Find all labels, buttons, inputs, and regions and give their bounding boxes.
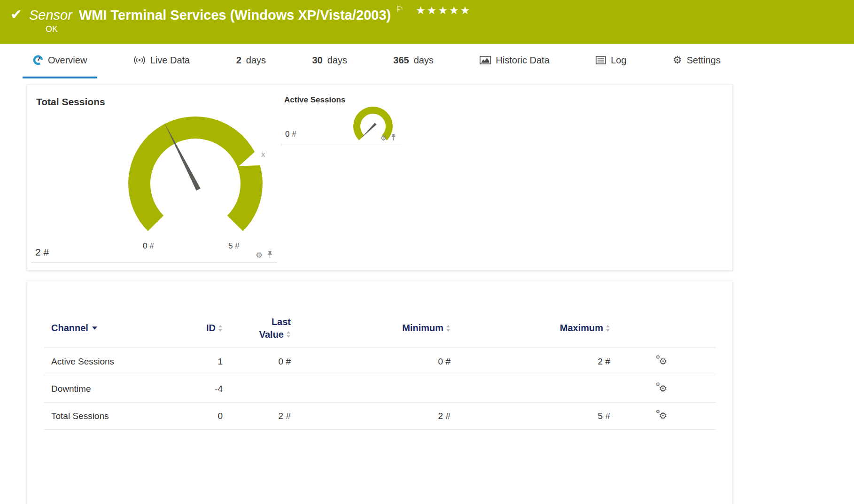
sort-toggle-icon (286, 331, 291, 338)
gauge-scale-max: 5 # (228, 241, 240, 251)
historic-data-chart-icon (480, 56, 491, 65)
tab-label: days (414, 55, 434, 66)
object-kind-label: Sensor (29, 8, 72, 23)
widget-pin-icon[interactable] (267, 250, 273, 260)
column-header-label: Value (259, 328, 284, 341)
widget-gear-icon[interactable]: ⚙ (256, 251, 263, 259)
channel-id: 1 (190, 357, 223, 367)
active-sessions-gauge (347, 102, 399, 151)
small-gear-icon: ⚙ (656, 409, 660, 415)
tab-number: 365 (393, 55, 409, 66)
channel-id: -4 (190, 384, 223, 394)
tab-historic-data[interactable]: Historic Data (469, 44, 559, 78)
priority-stars[interactable]: ★★★★★ (416, 4, 471, 16)
small-gear-icon: ⚙ (656, 354, 660, 360)
column-header-last-value[interactable]: Last Value (223, 316, 291, 341)
sort-toggle-icon (446, 325, 450, 332)
active-sessions-widget-icons: ⚙ (380, 133, 396, 142)
active-sessions-value: 0 # (285, 130, 296, 139)
column-header-id[interactable]: ID (190, 323, 223, 333)
sensor-title-row: SensorWMI Terminal Services (Windows XP/… (29, 4, 471, 23)
widget-gear-icon[interactable]: ⚙ (380, 134, 387, 141)
tab-30-days[interactable]: 30 days (302, 44, 357, 78)
table-row[interactable]: Total Sessions 0 2 # 2 # 5 # ⚙ ⚙ (44, 403, 716, 430)
channel-minimum: 0 # (291, 357, 450, 367)
status-check-icon: ✔ (10, 8, 22, 22)
column-header-label: Maximum (560, 323, 603, 333)
channel-last-value: 2 # (223, 411, 291, 421)
tab-label: Settings (687, 55, 721, 66)
column-header-minimum[interactable]: Minimum (291, 323, 450, 333)
sort-desc-icon (92, 326, 97, 330)
channel-maximum: 5 # (450, 411, 610, 421)
total-sessions-widget-icons: ⚙ (256, 250, 273, 260)
tab-number: 30 (312, 55, 322, 66)
priority-flag-icon[interactable]: ⚐ (396, 4, 404, 14)
tab-label: days (246, 55, 266, 66)
sensor-status: OK (46, 24, 58, 34)
tab-2-days[interactable]: 2 days (226, 44, 276, 78)
table-row[interactable]: Downtime -4 ⚙ ⚙ (44, 375, 716, 403)
gauge-icon (33, 55, 43, 65)
small-gear-icon: ⚙ (656, 381, 660, 388)
column-header-label: ID (206, 323, 216, 333)
total-sessions-gauge (106, 106, 285, 261)
gauge-scale-min: 0 # (143, 241, 154, 251)
settings-gear-icon: ⚙ (673, 55, 682, 65)
table-header-row: Channel ID Last Value (44, 309, 716, 348)
widget-divider (280, 145, 401, 145)
table-row[interactable]: Active Sessions 1 0 # 0 # 2 # ⚙ ⚙ (44, 348, 716, 375)
channel-settings-gear-icon[interactable]: ⚙ ⚙ (659, 384, 668, 394)
tab-live-data[interactable]: Live Data (123, 44, 201, 78)
channel-minimum: 2 # (291, 411, 450, 421)
total-sessions-gauge-title: Total Sessions (36, 96, 105, 108)
tab-bar: Overview Live Data 2 days 30 days 365 da… (23, 44, 731, 78)
tab-settings[interactable]: ⚙ Settings (662, 44, 731, 78)
tab-label: Live Data (150, 55, 190, 66)
sensor-title: WMI Terminal Services (Windows XP/Vista/… (79, 8, 391, 23)
gauges-panel: Total Sessions x̄ 0 # 5 # 2 # ⚙ Active S… (27, 85, 733, 271)
tab-label: Overview (48, 55, 87, 66)
widget-pin-icon[interactable] (391, 133, 396, 142)
tab-label: days (327, 55, 347, 66)
tab-label: Historic Data (496, 55, 549, 66)
column-header-label: Channel (51, 323, 88, 333)
active-sessions-gauge-title: Active Sessions (284, 95, 345, 105)
channel-name: Total Sessions (44, 411, 190, 421)
total-sessions-value: 2 # (35, 247, 49, 258)
channel-id: 0 (190, 411, 223, 421)
tab-number: 2 (236, 55, 241, 66)
channel-name: Active Sessions (44, 357, 190, 367)
tab-log[interactable]: Log (585, 44, 637, 78)
sort-toggle-icon (218, 325, 223, 332)
column-header-maximum[interactable]: Maximum (450, 323, 610, 333)
channel-name: Downtime (44, 384, 190, 394)
channels-panel: Channel ID Last Value (27, 281, 733, 504)
column-header-label: Last (272, 316, 291, 328)
channel-maximum: 2 # (450, 357, 610, 367)
sort-toggle-icon (606, 325, 610, 332)
log-list-icon (596, 56, 606, 64)
mean-marker: x̄ (261, 150, 265, 159)
tab-overview[interactable]: Overview (23, 44, 97, 78)
channel-settings-gear-icon[interactable]: ⚙ ⚙ (659, 357, 668, 367)
channels-table: Channel ID Last Value (44, 309, 716, 430)
tab-365-days[interactable]: 365 days (383, 44, 444, 78)
live-data-icon (133, 55, 146, 65)
tab-label: Log (611, 55, 626, 66)
widget-divider (31, 263, 277, 263)
column-header-label: Minimum (402, 323, 443, 333)
column-header-channel[interactable]: Channel (44, 323, 190, 333)
channel-last-value: 0 # (223, 357, 291, 367)
sensor-header: ✔ SensorWMI Terminal Services (Windows X… (0, 0, 854, 44)
channel-settings-gear-icon[interactable]: ⚙ ⚙ (659, 411, 668, 421)
